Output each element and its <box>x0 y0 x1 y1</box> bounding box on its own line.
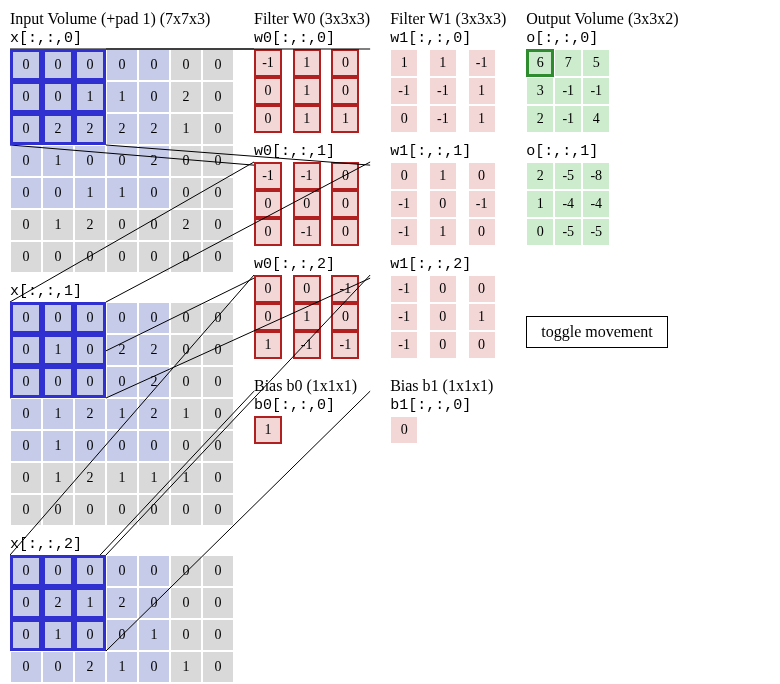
cell: 1 <box>42 334 74 366</box>
cell: -1 <box>554 77 582 105</box>
cell: 0 <box>468 162 496 190</box>
cell: 0 <box>202 462 234 494</box>
cell: -1 <box>554 105 582 133</box>
bias-b1-grid: 0 <box>390 416 506 444</box>
cell: 1 <box>293 77 321 105</box>
cell: 0 <box>106 366 138 398</box>
cell: 0 <box>170 619 202 651</box>
w1-grid-1: 010-10-1-110 <box>390 162 506 246</box>
cell: 0 <box>429 275 457 303</box>
cell: 0 <box>170 302 202 334</box>
out-title: Output Volume (3x3x2) <box>526 10 678 28</box>
cell: 2 <box>74 651 106 683</box>
cell: 1 <box>429 49 457 77</box>
cell: 0 <box>10 651 42 683</box>
cell: 0 <box>42 302 74 334</box>
cell: 2 <box>138 398 170 430</box>
cell: 2 <box>138 113 170 145</box>
label-w01: w0[:,:,1] <box>254 143 370 160</box>
cell: 0 <box>170 49 202 81</box>
cell: 1 <box>254 331 282 359</box>
filter-w1-column: Filter W1 (3x3x3) w1[:,:,0] 11-1-1-110-1… <box>390 10 506 454</box>
cell: 0 <box>390 162 418 190</box>
cell: 0 <box>106 49 138 81</box>
cell: 0 <box>331 190 359 218</box>
cell: 0 <box>138 209 170 241</box>
cell: -1 <box>293 218 321 246</box>
output-column: Output Volume (3x3x2) o[:,:,0] 6753-1-12… <box>526 10 678 348</box>
cell: -5 <box>554 218 582 246</box>
toggle-movement-button[interactable]: toggle movement <box>526 316 668 348</box>
cell: 0 <box>10 398 42 430</box>
cell: 1 <box>106 462 138 494</box>
cell: 2 <box>170 81 202 113</box>
cell: -1 <box>331 275 359 303</box>
cell: 0 <box>138 241 170 273</box>
cell: 0 <box>429 190 457 218</box>
cell: 0 <box>429 303 457 331</box>
cell: 1 <box>106 177 138 209</box>
cell: 1 <box>390 49 418 77</box>
cell: 0 <box>10 430 42 462</box>
cell: 1 <box>170 462 202 494</box>
cell: -5 <box>554 162 582 190</box>
cell: 2 <box>526 105 554 133</box>
cell: 1 <box>468 77 496 105</box>
cell: 0 <box>106 555 138 587</box>
cell: 0 <box>42 555 74 587</box>
cell: 0 <box>106 241 138 273</box>
cell: 0 <box>74 494 106 526</box>
cell: 0 <box>106 430 138 462</box>
cell: -1 <box>293 331 321 359</box>
cell: 0 <box>138 177 170 209</box>
cell: 0 <box>42 494 74 526</box>
cell: 1 <box>42 430 74 462</box>
cell: 0 <box>170 366 202 398</box>
cell: 0 <box>170 587 202 619</box>
cell: -1 <box>390 218 418 246</box>
filter-w0-column: Filter W0 (3x3x3) w0[:,:,0] -110010011 w… <box>254 10 370 454</box>
cell: 2 <box>138 145 170 177</box>
cell: 0 <box>526 218 554 246</box>
cell: 0 <box>170 555 202 587</box>
cell: 0 <box>429 331 457 359</box>
cell: 0 <box>202 113 234 145</box>
cell: 0 <box>390 105 418 133</box>
cell: 0 <box>202 145 234 177</box>
cell: 0 <box>170 241 202 273</box>
cell: 0 <box>202 209 234 241</box>
cell: 0 <box>202 49 234 81</box>
cell: 0 <box>202 398 234 430</box>
cell: 0 <box>10 302 42 334</box>
cell: -1 <box>254 49 282 77</box>
cell: 0 <box>202 555 234 587</box>
cell: -1 <box>390 303 418 331</box>
cell: -1 <box>390 190 418 218</box>
cell: 0 <box>202 302 234 334</box>
cell: 0 <box>10 113 42 145</box>
cell: 0 <box>202 177 234 209</box>
cell: 0 <box>10 49 42 81</box>
cell: 0 <box>202 651 234 683</box>
cell: 0 <box>468 331 496 359</box>
cell: 1 <box>293 303 321 331</box>
cell: 0 <box>138 651 170 683</box>
cell: 2 <box>526 162 554 190</box>
cell: 1 <box>293 105 321 133</box>
label-b0: b0[:,:,0] <box>254 397 370 414</box>
cell: 0 <box>42 241 74 273</box>
cell: 2 <box>106 587 138 619</box>
cell: 0 <box>254 190 282 218</box>
cell: -5 <box>582 218 610 246</box>
cell: 0 <box>42 177 74 209</box>
label-w00: w0[:,:,0] <box>254 30 370 47</box>
cell: 0 <box>10 241 42 273</box>
cell: 1 <box>106 81 138 113</box>
b1-title: Bias b1 (1x1x1) <box>390 377 506 395</box>
w1-grid-0: 11-1-1-110-11 <box>390 49 506 133</box>
cell: -1 <box>468 190 496 218</box>
w1-title: Filter W1 (3x3x3) <box>390 10 506 28</box>
cell: 0 <box>74 334 106 366</box>
cell: 1 <box>106 651 138 683</box>
b0-title: Bias b0 (1x1x1) <box>254 377 370 395</box>
